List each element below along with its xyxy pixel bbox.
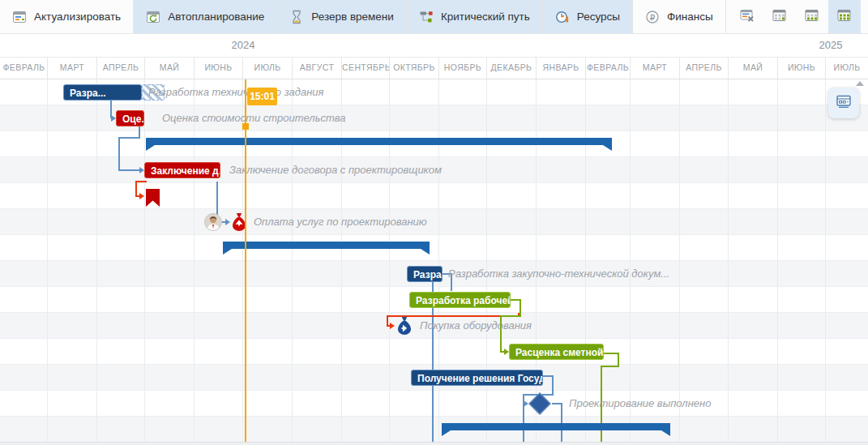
month-label: МАРТ [47, 57, 96, 79]
grid-line [292, 79, 293, 443]
grid-line [389, 79, 390, 443]
month-label: СЕНТЯБРЬ [341, 57, 389, 79]
scale-quarter-button[interactable] [763, 0, 796, 33]
calendar-scale-1-icon [772, 8, 787, 26]
grid-line [630, 79, 631, 443]
calendar-update-icon [12, 10, 27, 24]
task-title-label: Заключение договора с проектировщиком [229, 162, 442, 178]
calendar-scale-3-icon [836, 8, 852, 26]
grid-line [728, 79, 729, 443]
grid-line [777, 79, 778, 443]
timeline-header: 20242025 ФЕВРАЛЬМАРТАПРЕЛЬМАЙИЮНЬИЮЛЬАВГ… [0, 34, 868, 79]
grid-line [341, 79, 342, 443]
month-label: ИЮНЬ [194, 57, 242, 79]
task-bar[interactable]: Разра... [407, 266, 443, 282]
month-label: ФЕВРАЛЬ [1, 57, 47, 79]
chart-row [0, 391, 868, 417]
chart-row [0, 417, 868, 443]
task-bar[interactable]: Расценка сметной д... [509, 344, 604, 360]
scale-month-button[interactable] [828, 0, 861, 33]
critical-path-icon [419, 10, 434, 24]
time-reserve-label: Резерв времени [311, 11, 394, 23]
month-label: ИЮНЬ [777, 57, 825, 79]
summary-bar[interactable] [223, 242, 430, 258]
task-bar[interactable]: Разработка рабочей... [409, 292, 511, 308]
task-title-label: Оплата услуг по проектированию [254, 214, 427, 230]
grid-line [536, 79, 537, 443]
chart-row [0, 235, 868, 261]
grid-line [194, 79, 195, 443]
current-time-line [245, 79, 246, 445]
current-time-handle[interactable] [242, 123, 249, 130]
ruble-circle-icon: ₽ [645, 10, 660, 24]
actualize-button[interactable]: Актуализировать [0, 0, 134, 33]
scale-day-button[interactable] [861, 0, 868, 33]
chart-row [0, 209, 868, 235]
baseline-remove-icon [739, 8, 755, 26]
grid-line [96, 79, 97, 443]
year-label: 2024 [232, 39, 255, 51]
autoplan-button[interactable]: Автопланирование [134, 0, 277, 33]
month-label: ОКТЯБРЬ [389, 57, 438, 79]
month-label: АВГУСТ [292, 57, 341, 79]
calendar-scale-2-icon [804, 8, 819, 26]
grid-line [585, 79, 586, 443]
resources-button[interactable]: Ресурсы [543, 0, 633, 33]
year-label: 2025 [819, 39, 843, 51]
svg-text:₽: ₽ [650, 12, 655, 21]
month-label: ИЮЛЬ [242, 57, 292, 79]
grid-line [438, 79, 439, 443]
assignee-avatar[interactable] [204, 213, 222, 234]
task-title-label: Разработка технического задания [148, 84, 324, 101]
resources-label: Ресурсы [577, 11, 620, 23]
scroll-up-icon[interactable] [856, 81, 864, 86]
month-label: МАЙ [728, 57, 777, 79]
grid-line [679, 79, 680, 443]
scale-week-button[interactable] [796, 0, 828, 33]
grid-line [47, 79, 48, 443]
hourglass-icon [289, 10, 304, 24]
toolbar: АктуализироватьАвтопланированиеРезерв вр… [0, 0, 868, 34]
milestone-diamond[interactable] [528, 392, 551, 418]
chart-row [0, 339, 868, 365]
horizontal-scrollbar[interactable] [0, 442, 868, 445]
baseline-remove-button[interactable] [731, 0, 763, 33]
task-bar[interactable]: Заключение д... [144, 162, 220, 178]
summary-bar[interactable] [146, 138, 612, 154]
grid-line [144, 79, 145, 443]
month-label: ИЮЛЬ [825, 57, 868, 79]
chart-row [0, 183, 868, 209]
scale-button-group [726, 0, 868, 33]
month-label: МАРТ [630, 57, 679, 79]
month-label: НОЯБРЬ [438, 57, 486, 79]
task-title-label: Покупка оборудования [420, 318, 532, 334]
deadline-bookmark-icon[interactable] [146, 189, 160, 210]
critical-path-button[interactable]: Критический путь [407, 0, 543, 33]
timeline-years-row: 20242025 [0, 34, 868, 58]
task-title-label: Разработка закупочно-технической докум..… [448, 266, 669, 282]
month-label: ФЕВРАЛЬ [585, 57, 630, 79]
critical-path-label: Критический путь [441, 11, 530, 23]
grid-line [825, 79, 826, 443]
task-bar[interactable]: Оце... [116, 110, 144, 126]
task-bar[interactable]: Разра... [63, 84, 142, 101]
grid-line [242, 79, 243, 443]
payment-moneybag-icon[interactable] [396, 316, 413, 339]
calendar-autoplan-icon [146, 10, 160, 24]
task-card-icon [835, 92, 853, 113]
grid-line [486, 79, 487, 443]
finances-label: Финансы [667, 11, 713, 23]
task-title-label: Оценка стоимости строительства [162, 110, 346, 126]
finances-button[interactable]: ₽Финансы [633, 0, 726, 33]
summary-bar[interactable] [442, 423, 670, 439]
gantt-app: АктуализироватьАвтопланированиеРезерв вр… [0, 0, 868, 445]
time-reserve-button[interactable]: Резерв времени [277, 0, 407, 33]
task-bar[interactable]: Получение решения Госуда... [411, 370, 543, 386]
open-task-panel-button[interactable] [828, 88, 859, 118]
current-time-badge[interactable]: 15:01 [247, 88, 277, 105]
actualize-label: Актуализировать [34, 11, 121, 23]
gantt-chart-area [0, 79, 868, 445]
autoplan-label: Автопланирование [168, 11, 264, 23]
month-label: АПРЕЛЬ [96, 57, 144, 79]
month-label: МАЙ [144, 57, 194, 79]
